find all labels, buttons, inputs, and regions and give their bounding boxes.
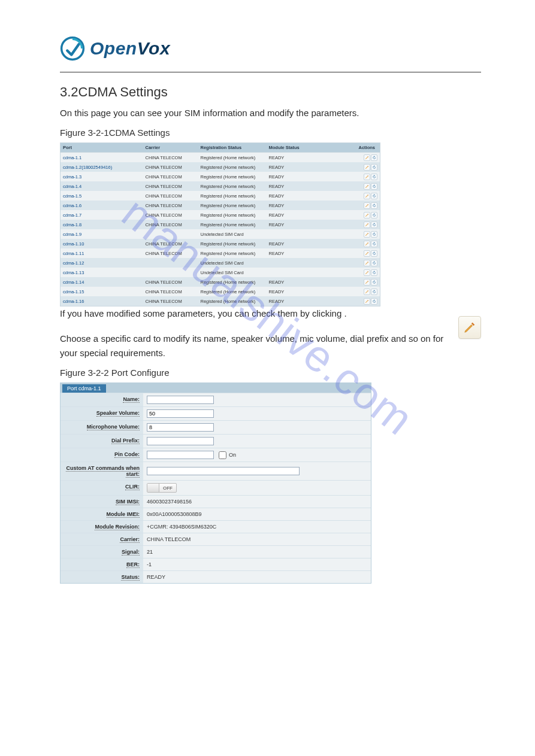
at-field[interactable] <box>147 467 300 475</box>
cell-port: cdma-1.11 <box>61 248 143 258</box>
mic-field[interactable] <box>147 423 214 432</box>
refresh-button[interactable] <box>371 193 377 199</box>
cell-carrier: CHINA TELECOM <box>143 153 198 163</box>
edit-button[interactable] <box>364 269 370 276</box>
edit-button[interactable] <box>364 193 370 199</box>
cell-port: cdma-1.10 <box>61 239 143 248</box>
refresh-button[interactable] <box>371 231 377 238</box>
name-field[interactable] <box>147 396 214 404</box>
cell-mod: READY <box>267 191 356 201</box>
cell-carrier: CHINA TELECOM <box>143 220 198 229</box>
label-imsi: SIM IMSI: <box>116 499 140 505</box>
cell-mod <box>267 229 356 239</box>
table-row: cdma-1.1CHINA TELECOMRegistered (Home ne… <box>61 153 380 163</box>
label-ber: BER: <box>126 561 140 568</box>
cell-carrier: CHINA TELECOM <box>143 277 198 287</box>
cell-port: cdma-1.5 <box>61 191 143 201</box>
toggle-knob <box>147 484 159 492</box>
label-pin: Pin Code: <box>114 451 140 458</box>
table-row: cdma-1.10CHINA TELECOMRegistered (Home n… <box>61 239 380 248</box>
cell-mod: READY <box>267 153 356 163</box>
cell-mod: READY <box>267 277 356 287</box>
edit-button-large[interactable] <box>458 316 481 339</box>
para2-b: . <box>344 308 346 318</box>
edit-button[interactable] <box>364 289 370 295</box>
cell-port: cdma-1.14 <box>61 277 143 287</box>
cell-reg: Undetected SIM Card <box>198 268 267 277</box>
label-at: Custom AT commands when start: <box>66 465 140 478</box>
table-row: cdma-1.5CHINA TELECOMRegistered (Home ne… <box>61 191 380 201</box>
pin-field[interactable] <box>147 451 214 459</box>
cell-carrier: CHINA TELECOM <box>143 191 198 201</box>
table-row: cdma-1.3CHINA TELECOMRegistered (Home ne… <box>61 172 380 181</box>
edit-button[interactable] <box>364 298 370 305</box>
edit-button[interactable] <box>364 164 370 171</box>
refresh-button[interactable] <box>371 154 377 161</box>
table-row: cdma-1.2(18002549416)CHINA TELECOMRegist… <box>61 162 380 172</box>
panel-tab[interactable]: Port cdma-1.1 <box>62 384 106 393</box>
refresh-button[interactable] <box>371 279 377 286</box>
cell-reg: Registered (Home network) <box>198 153 267 163</box>
clir-toggle[interactable]: OFF <box>147 483 177 493</box>
label-speaker: Speaker Volume: <box>96 410 140 417</box>
refresh-button[interactable] <box>371 260 377 266</box>
col-carrier: Carrier <box>143 143 198 153</box>
refresh-button[interactable] <box>371 289 377 295</box>
cell-mod: READY <box>267 287 356 296</box>
table-row: cdma-1.8CHINA TELECOMRegistered (Home ne… <box>61 220 380 229</box>
pin-on-checkbox[interactable] <box>219 451 226 459</box>
section-para-1: On this page you can see your SIM inform… <box>60 106 481 120</box>
edit-button[interactable] <box>364 183 370 190</box>
refresh-button[interactable] <box>371 269 377 276</box>
edit-button[interactable] <box>364 241 370 247</box>
section-para-2: If you have modified some parameters, yo… <box>60 306 481 321</box>
edit-button[interactable] <box>364 250 370 257</box>
cell-reg: Registered (Home network) <box>198 191 267 201</box>
cell-reg: Registered (Home network) <box>198 296 267 306</box>
brand-open: Open <box>90 38 137 58</box>
label-dial: Dial Prefix: <box>111 438 140 444</box>
refresh-button[interactable] <box>371 174 377 180</box>
refresh-button[interactable] <box>371 250 377 257</box>
cell-port: cdma-1.12 <box>61 258 143 268</box>
cell-port: cdma-1.2(18002549416) <box>61 162 143 172</box>
edit-button[interactable] <box>364 279 370 286</box>
speaker-field[interactable] <box>147 409 214 418</box>
edit-button[interactable] <box>364 231 370 238</box>
para2-a: If you have modified some parameters, yo… <box>60 308 344 318</box>
refresh-button[interactable] <box>371 212 377 218</box>
cell-port: cdma-1.16 <box>61 296 143 306</box>
cell-carrier: CHINA TELECOM <box>143 201 198 210</box>
col-reg: Registration Status <box>198 143 267 153</box>
refresh-button[interactable] <box>371 298 377 305</box>
cell-carrier: CHINA TELECOM <box>143 296 198 306</box>
cell-carrier: CHINA TELECOM <box>143 248 198 258</box>
edit-button[interactable] <box>364 212 370 218</box>
cell-carrier: CHINA TELECOM <box>143 172 198 181</box>
cell-mod <box>267 258 356 268</box>
refresh-button[interactable] <box>371 202 377 209</box>
edit-button[interactable] <box>364 174 370 180</box>
edit-button[interactable] <box>364 221 370 228</box>
col-actions: Actions <box>356 143 380 153</box>
cell-reg: Registered (Home network) <box>198 201 267 210</box>
value-imsi: 460030237498156 <box>147 499 192 505</box>
table-row: cdma-1.15CHINA TELECOMRegistered (Home n… <box>61 287 380 296</box>
figure-caption-1: Figure 3-2-1CDMA Settings <box>60 127 481 138</box>
cell-mod: READY <box>267 162 356 172</box>
refresh-button[interactable] <box>371 221 377 228</box>
toggle-off-text: OFF <box>163 485 173 491</box>
edit-button[interactable] <box>364 202 370 209</box>
port-config-panel: Port cdma-1.1 Name: Speaker Volume: Micr… <box>60 382 371 584</box>
value-imei: 0x00A10000530808B9 <box>147 511 202 517</box>
cell-port: cdma-1.13 <box>61 268 143 277</box>
edit-button[interactable] <box>364 260 370 266</box>
edit-button[interactable] <box>364 154 370 161</box>
refresh-button[interactable] <box>371 241 377 247</box>
refresh-button[interactable] <box>371 183 377 190</box>
dial-field[interactable] <box>147 437 214 445</box>
cell-reg: Undetected SIM Card <box>198 229 267 239</box>
refresh-button[interactable] <box>371 164 377 171</box>
brand-logo-icon <box>60 36 85 61</box>
col-mod: Module Status <box>267 143 356 153</box>
